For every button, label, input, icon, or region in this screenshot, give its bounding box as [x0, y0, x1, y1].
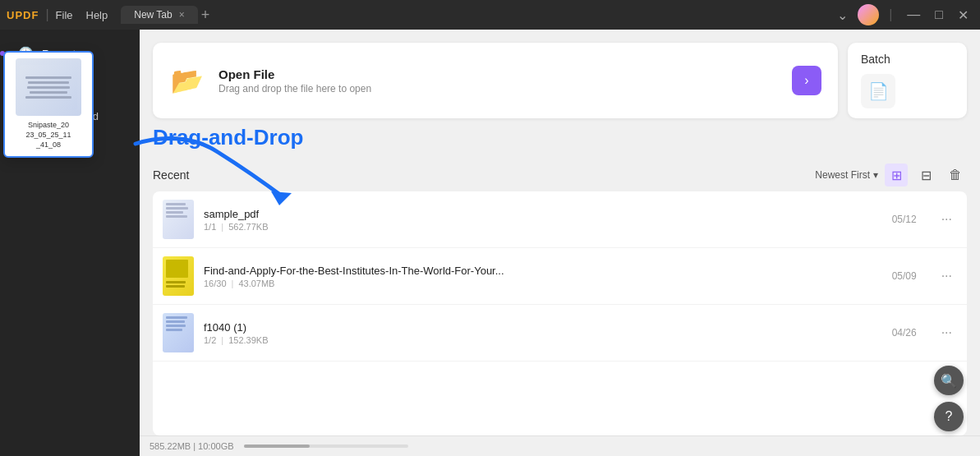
file-size: 562.77KB	[228, 222, 268, 232]
batch-document-icon: 📄	[868, 81, 889, 101]
dragged-thumb	[16, 58, 81, 116]
search-fab-button[interactable]: 🔍	[934, 366, 964, 395]
file-thumbnail	[163, 313, 194, 352]
recent-header: Recent Newest First ▾ ⊞ ⊟ 🗑	[153, 157, 967, 191]
file-more-button[interactable]: ···	[936, 265, 957, 287]
avatar[interactable]	[858, 4, 879, 25]
open-file-card[interactable]: 📂 Open File Drag and drop the file here …	[153, 43, 838, 118]
meta-sep: |	[221, 335, 223, 345]
file-size: 43.07MB	[238, 279, 274, 288]
top-section: 📂 Open File Drag and drop the file here …	[153, 43, 967, 118]
file-pages: 1/1	[204, 222, 216, 232]
help-fab-button[interactable]: ?	[934, 402, 964, 431]
open-file-arrow-button[interactable]: ›	[792, 66, 821, 95]
dragged-file-card[interactable]: Snipaste_20 23_05_25_11 _41_08	[3, 51, 94, 158]
file-date: 05/12	[892, 214, 917, 225]
file-date: 05/09	[892, 270, 917, 282]
file-item[interactable]: sample_pdf 1/1 | 562.77KB 05/12 ···	[153, 191, 967, 248]
file-date: 04/26	[892, 327, 917, 339]
tab-label: New Tab	[134, 9, 172, 21]
open-file-subtitle: Drag and drop the file here to open	[219, 83, 779, 94]
file-meta: 1/2 | 152.39KB	[204, 335, 882, 345]
tab-new-tab[interactable]: New Tab ×	[121, 6, 198, 24]
content-area: 📂 Open File Drag and drop the file here …	[140, 30, 980, 456]
file-name: sample_pdf	[204, 208, 882, 220]
meta-sep: |	[221, 222, 223, 232]
file-more-button[interactable]: ···	[936, 209, 957, 230]
file-info: sample_pdf 1/1 | 562.77KB	[204, 208, 882, 232]
sort-label: Newest First	[815, 169, 870, 181]
tab-bar: New Tab × +	[121, 6, 826, 24]
file-meta: 16/30 | 43.07MB	[204, 279, 882, 288]
file-name: f1040 (1)	[204, 321, 882, 334]
batch-title: Batch	[861, 53, 954, 66]
open-file-title: Open File	[219, 67, 779, 81]
tab-add-button[interactable]: +	[201, 7, 210, 24]
status-bar: 585.22MB | 10:00GB	[140, 435, 980, 456]
recent-title: Recent	[153, 168, 189, 182]
folder-icon-wrap: 📂	[169, 62, 205, 99]
batch-icon-button[interactable]: 📄	[861, 74, 895, 108]
file-item[interactable]: f1040 (1) 1/2 | 152.39KB 04/26 ···	[153, 305, 967, 362]
file-thumbnail	[163, 200, 194, 239]
tab-close-button[interactable]: ×	[179, 9, 185, 21]
file-item[interactable]: Find-and-Apply-For-the-Best-Institutes-I…	[153, 248, 967, 305]
dragged-file-name: Snipaste_20 23_05_25_11 _41_08	[25, 121, 71, 150]
chevron-icon[interactable]: ⌄	[832, 6, 853, 25]
file-meta: 1/1 | 562.77KB	[204, 222, 882, 232]
file-thumbnail	[163, 256, 194, 296]
titlebar-menu: File Help	[56, 9, 108, 21]
recent-controls: Newest First ▾ ⊞ ⊟ 🗑	[815, 164, 967, 187]
separator-2: |	[884, 6, 897, 24]
file-info: Find-and-Apply-For-the-Best-Institutes-I…	[204, 265, 882, 288]
sort-dropdown[interactable]: Newest First ▾	[815, 169, 878, 181]
status-text: 585.22MB | 10:00GB	[150, 441, 234, 451]
file-name: Find-and-Apply-For-the-Best-Institutes-I…	[204, 265, 882, 277]
meta-sep: |	[232, 279, 234, 288]
fab-wrap: 🔍 ?	[934, 366, 964, 431]
list-view-button[interactable]: ⊟	[914, 164, 937, 187]
file-pages: 16/30	[204, 279, 227, 288]
recent-section: Recent Newest First ▾ ⊞ ⊟ 🗑	[153, 157, 967, 435]
dnd-label: Drag-and-Drop	[140, 118, 980, 154]
file-pages: 1/2	[204, 335, 216, 345]
sort-arrow-icon: ▾	[873, 169, 878, 181]
titlebar: UPDF | File Help New Tab × + ⌄ | — □ ✕	[0, 0, 980, 30]
search-icon: 🔍	[941, 373, 957, 389]
storage-progress-bar	[244, 444, 408, 448]
file-info: f1040 (1) 1/2 | 152.39KB	[204, 321, 882, 345]
progress-bar-fill	[244, 444, 310, 448]
trash-button[interactable]: 🗑	[944, 164, 967, 187]
file-more-button[interactable]: ···	[936, 322, 957, 343]
menu-help[interactable]: Help	[86, 9, 108, 21]
folder-icon: 📂	[171, 65, 204, 96]
app-logo: UPDF	[7, 9, 39, 21]
close-button[interactable]: ✕	[953, 6, 973, 25]
arrow-icon: ›	[804, 73, 808, 88]
maximize-button[interactable]: □	[930, 6, 948, 24]
window-controls: ⌄ | — □ ✕	[832, 4, 973, 25]
grid-view-button[interactable]: ⊞	[885, 164, 908, 187]
batch-card: Batch 📄	[848, 43, 967, 118]
open-file-text: Open File Drag and drop the file here to…	[219, 67, 779, 94]
separator-1: |	[45, 7, 48, 22]
file-size: 152.39KB	[228, 335, 268, 345]
file-list: sample_pdf 1/1 | 562.77KB 05/12 ···	[153, 191, 967, 435]
help-icon: ?	[945, 409, 953, 424]
main-layout: 🕐 Recent ☆ Starred ☁ UPDF Cloud 📂 Open F…	[0, 30, 980, 456]
minimize-button[interactable]: —	[902, 6, 925, 24]
menu-file[interactable]: File	[56, 9, 73, 21]
